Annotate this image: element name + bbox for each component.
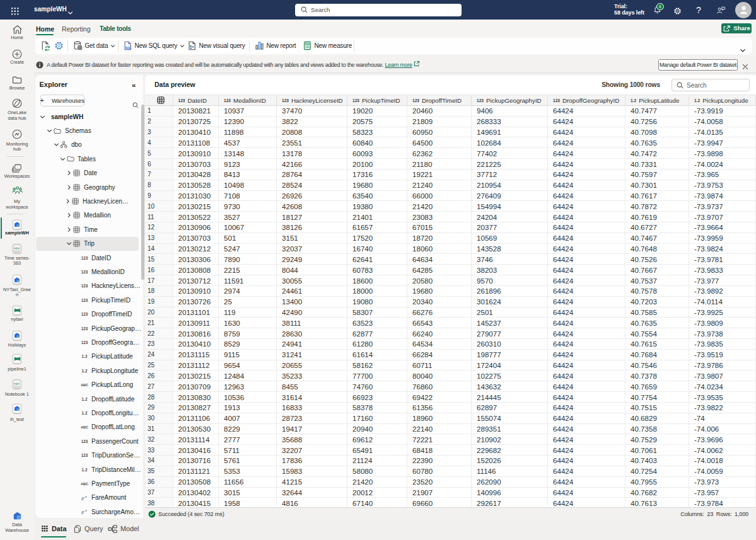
svg-text:e: e — [81, 509, 84, 515]
svg-text:</>: </> — [15, 382, 20, 386]
svg-text:x: x — [84, 508, 87, 512]
svg-text:SQL: SQL — [125, 46, 131, 50]
svg-text:x: x — [84, 495, 87, 498]
svg-text:e: e — [81, 495, 84, 502]
svg-text:</>: </> — [15, 246, 20, 250]
